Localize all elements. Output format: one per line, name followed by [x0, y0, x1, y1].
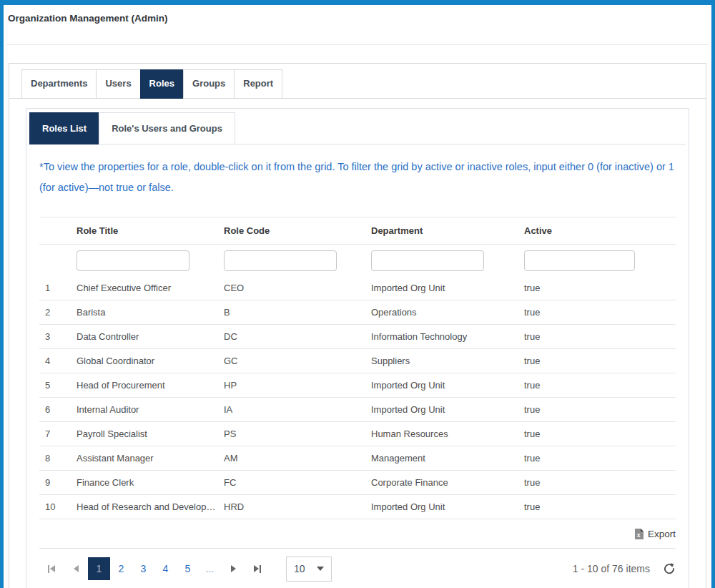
cell-role-code: PS	[224, 428, 371, 439]
row-number: 9	[39, 477, 77, 488]
tab-departments[interactable]: Departments	[21, 69, 97, 99]
row-number: 10	[39, 501, 77, 512]
grid-header-row: Role Title Role Code Department Active	[39, 217, 676, 245]
table-row[interactable]: 8 Assistant Manager AM Management true	[39, 446, 676, 471]
cell-department: Imported Org Unit	[371, 501, 524, 512]
table-row[interactable]: 2 Barista B Operations true	[39, 300, 676, 325]
cell-active: true	[524, 477, 676, 488]
roles-grid: Role Title Role Code Department Active 1…	[39, 217, 676, 588]
cell-role-code: IA	[224, 404, 371, 415]
page-size-value: 10	[294, 563, 305, 574]
cell-role-code: GC	[224, 356, 371, 366]
sub-tabstrip: Roles List Role's Users and Groups	[29, 112, 686, 144]
header-role-code[interactable]: Role Code	[224, 225, 371, 236]
page-button-4[interactable]: 4	[154, 557, 177, 580]
filter-role-title-input[interactable]	[77, 250, 189, 271]
cell-role-code: FC	[224, 477, 371, 488]
previous-page-icon	[74, 565, 79, 572]
next-page-icon	[231, 565, 236, 572]
tab-roles[interactable]: Roles	[140, 69, 184, 99]
pager-info: 1 - 10 of 76 items	[573, 563, 650, 574]
table-row[interactable]: 9 Finance Clerk FC Corporate Finance tru…	[39, 471, 676, 495]
last-page-button[interactable]	[250, 557, 265, 580]
row-number: 4	[39, 356, 77, 366]
cell-role-title: Data Controller	[77, 331, 224, 342]
header-active[interactable]: Active	[524, 225, 676, 236]
main-tabstrip: Departments Users Roles Groups Report	[9, 69, 706, 99]
cell-active: true	[524, 428, 676, 439]
cell-department: Imported Org Unit	[371, 404, 524, 415]
cell-role-code: HP	[224, 380, 371, 391]
subtab-roles-users-groups[interactable]: Role's Users and Groups	[99, 112, 235, 144]
cell-role-code: AM	[224, 453, 371, 464]
page-button-2[interactable]: 2	[110, 557, 132, 580]
page-button-1[interactable]: 1	[88, 557, 110, 580]
refresh-icon	[663, 562, 676, 575]
pager-status: 1 - 10 of 76 items	[573, 562, 676, 575]
cell-department: Corporate Finance	[371, 477, 524, 488]
table-row[interactable]: 1 Chief Executive Officer CEO Imported O…	[39, 276, 676, 300]
export-button[interactable]: x Export	[634, 529, 676, 539]
table-row[interactable]: 5 Head of Procurement HP Imported Org Un…	[39, 373, 676, 398]
cell-role-title: Finance Clerk	[77, 477, 224, 488]
cell-active: true	[524, 331, 676, 342]
cell-department: Information Technology	[371, 331, 524, 342]
first-page-icon	[48, 565, 49, 573]
refresh-button[interactable]	[663, 562, 676, 575]
roles-panel: Roles List Role's Users and Groups *To v…	[26, 108, 689, 588]
filter-active-input[interactable]	[524, 250, 635, 271]
page-button-3[interactable]: 3	[132, 557, 154, 580]
tab-groups[interactable]: Groups	[183, 69, 235, 99]
cell-department: Imported Org Unit	[371, 380, 524, 391]
header-role-title[interactable]: Role Title	[77, 225, 224, 236]
chevron-down-icon	[317, 567, 324, 571]
pager-ellipsis[interactable]: ...	[199, 563, 221, 574]
pager-controls: 1 2 3 4 5 ... 10	[39, 557, 332, 582]
tab-report[interactable]: Report	[234, 69, 282, 99]
filter-department-input[interactable]	[371, 250, 484, 271]
tab-users[interactable]: Users	[96, 69, 140, 99]
cell-role-code: B	[224, 307, 371, 318]
cell-active: true	[524, 404, 676, 415]
export-label: Export	[648, 529, 676, 539]
table-row[interactable]: 3 Data Controller DC Information Technol…	[39, 325, 676, 349]
cell-role-title: Chief Executive Officer	[77, 283, 224, 293]
cell-role-title: Barista	[77, 307, 224, 318]
svg-text:x: x	[637, 531, 641, 538]
table-row[interactable]: 7 Payroll Specialist PS Human Resources …	[39, 422, 676, 446]
app-window: Organization Management (Admin) Departme…	[0, 0, 715, 588]
row-number: 2	[39, 307, 77, 318]
grid-filter-row	[39, 245, 676, 276]
table-row[interactable]: 10 Head of Research and Develop… HRD Imp…	[39, 495, 676, 519]
cell-department: Suppliers	[371, 356, 524, 366]
table-row[interactable]: 6 Internal Auditor IA Imported Org Unit …	[39, 398, 676, 422]
filter-role-code-input[interactable]	[224, 250, 337, 271]
row-number: 3	[39, 331, 77, 342]
cell-active: true	[524, 283, 676, 293]
page-size-dropdown[interactable]: 10	[286, 557, 332, 582]
cell-role-code: CEO	[224, 283, 371, 293]
content-container: Departments Users Roles Groups Report Ro…	[9, 63, 706, 588]
excel-file-icon: x	[634, 529, 644, 539]
next-page-button[interactable]	[226, 557, 240, 580]
cell-active: true	[524, 453, 676, 464]
instruction-note: *To view the properties for a role, doub…	[39, 157, 676, 198]
table-row[interactable]: 4 Global Coordinator GC Suppliers true	[39, 349, 676, 373]
cell-active: true	[524, 307, 676, 318]
title-divider	[6, 44, 709, 45]
cell-role-code: DC	[224, 331, 371, 342]
first-page-button[interactable]	[44, 557, 59, 580]
page-title: Organization Management (Admin)	[8, 13, 168, 24]
cell-role-title: Assistant Manager	[77, 453, 224, 464]
header-department[interactable]: Department	[371, 225, 524, 236]
cell-department: Human Resources	[371, 428, 524, 439]
cell-role-title: Payroll Specialist	[77, 428, 224, 439]
previous-page-button[interactable]	[69, 557, 83, 580]
cell-role-title: Global Coordinator	[77, 356, 224, 366]
cell-active: true	[524, 380, 676, 391]
cell-active: true	[524, 501, 676, 512]
grid-toolbar: x Export	[39, 519, 676, 549]
cell-department: Imported Org Unit	[371, 283, 524, 293]
subtab-roles-list[interactable]: Roles List	[29, 112, 99, 144]
page-button-5[interactable]: 5	[177, 557, 199, 580]
